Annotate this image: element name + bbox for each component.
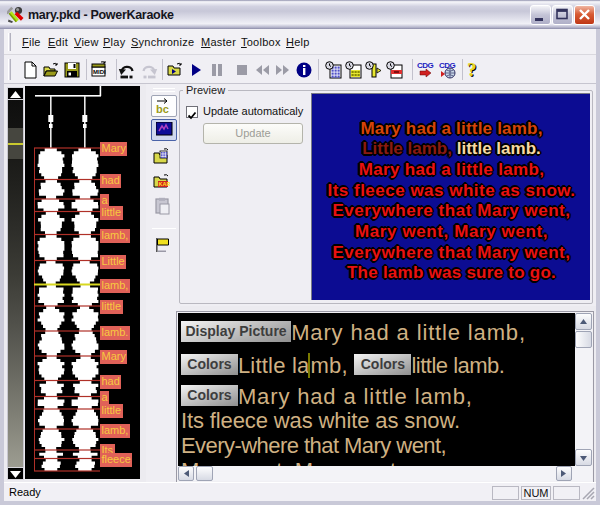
- svg-text:bc: bc: [156, 103, 169, 115]
- svg-text:MIDI: MIDI: [93, 69, 106, 75]
- svg-text:KAR: KAR: [159, 181, 171, 187]
- svg-text:CDG: CDG: [417, 61, 434, 70]
- svg-text:?: ?: [467, 61, 477, 79]
